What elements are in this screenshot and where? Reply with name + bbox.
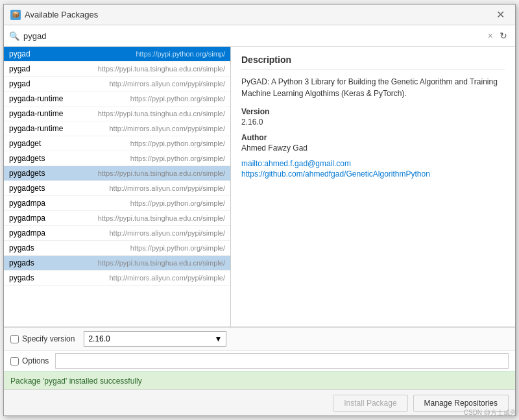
- list-item[interactable]: pygadget https://pypi.python.org/simple/: [4, 136, 230, 151]
- status-bar: Package 'pygad' installed successfully: [4, 371, 515, 389]
- title-bar-left: 📦 Available Packages: [10, 10, 98, 20]
- window-title: Available Packages: [25, 10, 98, 19]
- description-body: PyGAD: A Python 3 Library for Building t…: [241, 76, 505, 99]
- list-item[interactable]: pygads https://pypi.tuna.tsinghua.edu.cn…: [4, 256, 230, 271]
- title-bar: 📦 Available Packages ✕: [4, 5, 515, 25]
- list-item[interactable]: pygada-runtime https://pypi.tuna.tsinghu…: [4, 106, 230, 121]
- list-item[interactable]: pygads http://mirrors.aliyun.com/pypi/si…: [4, 271, 230, 286]
- list-item[interactable]: pygadmpa https://pypi.python.org/simple/: [4, 196, 230, 211]
- specify-version-checkbox[interactable]: [10, 335, 19, 343]
- status-message: Package 'pygad' installed successfully: [10, 377, 142, 386]
- bottom-section: Specify version 2.16.0 ▼ Options: [4, 327, 515, 371]
- list-item[interactable]: pygada-runtime https://pypi.python.org/s…: [4, 92, 230, 106]
- description-title: Description: [241, 55, 505, 69]
- version-value: 2.16.0: [241, 117, 505, 127]
- package-list: pygad https://pypi.python.org/simp/ pyga…: [4, 47, 230, 327]
- list-item[interactable]: pygadmpa http://mirrors.aliyun.com/pypi/…: [4, 226, 230, 241]
- list-item[interactable]: pygad https://pypi.tuna.tsinghua.edu.cn/…: [4, 62, 230, 77]
- clear-icon[interactable]: ×: [488, 31, 493, 41]
- left-panel: pygad https://pypi.python.org/simp/ pyga…: [4, 47, 231, 327]
- main-window: 📦 Available Packages ✕ 🔍 × ↻ pygad https…: [3, 4, 516, 416]
- options-group: Options: [10, 356, 49, 365]
- footer-bar: Install Package Manage Repositories: [4, 389, 515, 415]
- list-item[interactable]: pygad http://mirrors.aliyun.com/pypi/sim…: [4, 77, 230, 92]
- refresh-button[interactable]: ↻: [497, 29, 510, 42]
- version-dropdown-value: 2.16.0: [88, 334, 110, 343]
- dropdown-chevron-icon: ▼: [214, 334, 222, 343]
- search-input[interactable]: [23, 31, 484, 41]
- list-item[interactable]: pygadmpa https://pypi.tuna.tsinghua.edu.…: [4, 211, 230, 226]
- specify-version-label: Specify version: [22, 334, 75, 343]
- close-button[interactable]: ✕: [492, 7, 509, 22]
- list-item[interactable]: pygadgets http://mirrors.aliyun.com/pypi…: [4, 181, 230, 196]
- version-dropdown[interactable]: 2.16.0 ▼: [84, 331, 226, 347]
- search-bar: 🔍 × ↻: [4, 25, 515, 47]
- options-input[interactable]: [55, 353, 509, 369]
- search-icon: 🔍: [9, 31, 19, 41]
- author-label: Author: [241, 133, 505, 142]
- email-link[interactable]: mailto:ahmed.f.gad@gmail.com: [241, 159, 505, 168]
- right-panel: Description PyGAD: A Python 3 Library fo…: [231, 47, 515, 327]
- options-checkbox[interactable]: [10, 357, 19, 365]
- specify-version-group: Specify version: [10, 334, 75, 343]
- options-section: Options: [4, 350, 515, 371]
- content-area: pygad https://pypi.python.org/simp/ pyga…: [4, 47, 515, 327]
- window-icon: 📦: [10, 10, 21, 20]
- version-label: Version: [241, 107, 505, 116]
- author-value: Ahmed Fawzy Gad: [241, 143, 505, 153]
- list-item[interactable]: pygadgets https://pypi.python.org/simple…: [4, 151, 230, 166]
- list-item[interactable]: pygadgets https://pypi.tuna.tsinghua.edu…: [4, 166, 230, 181]
- list-item[interactable]: pygads https://pypi.python.org/simple/: [4, 241, 230, 256]
- list-item[interactable]: pygad https://pypi.python.org/simp/: [4, 47, 230, 62]
- install-package-button[interactable]: Install Package: [333, 395, 407, 412]
- options-label: Options: [22, 356, 49, 365]
- github-link[interactable]: https://github.com/ahmedfgad/GeneticAlgo…: [241, 169, 505, 179]
- list-item[interactable]: pygada-runtime http://mirrors.aliyun.com…: [4, 121, 230, 136]
- watermark: CSDN @方士成亮: [464, 408, 516, 417]
